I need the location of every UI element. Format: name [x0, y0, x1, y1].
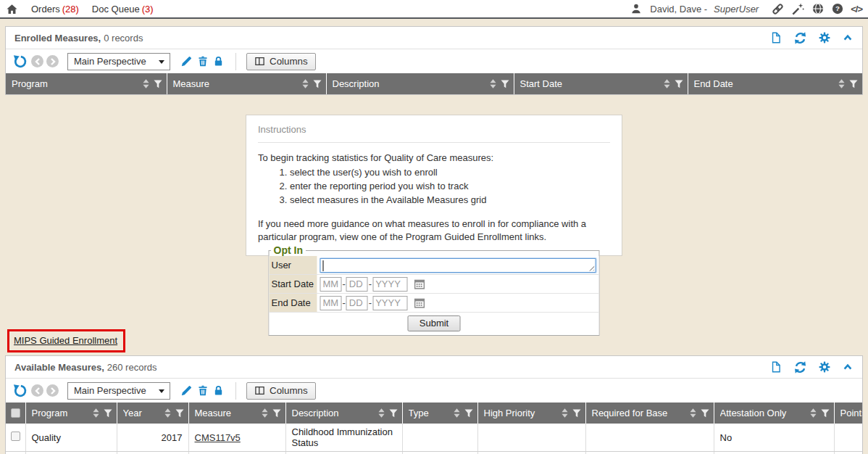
- sort-icon[interactable]: [690, 408, 696, 418]
- cell-points: [834, 424, 862, 452]
- refresh-icon[interactable]: [793, 360, 807, 374]
- perspective-select[interactable]: Main Perspective: [67, 382, 170, 400]
- end-year-input[interactable]: [372, 296, 407, 310]
- resize-grip[interactable]: [589, 265, 595, 271]
- header-cell-description[interactable]: Description: [285, 403, 402, 424]
- enrolled-panel-actions: [770, 31, 854, 45]
- sort-icon[interactable]: [454, 408, 460, 418]
- header-cell-end-date[interactable]: End Date: [688, 73, 862, 94]
- perspective-select[interactable]: Main Perspective: [67, 53, 170, 70]
- mips-guided-enrollment-link[interactable]: MIPS Guided Enrollment: [14, 335, 117, 346]
- globe-icon[interactable]: [811, 2, 825, 15]
- start-day-input[interactable]: [346, 277, 368, 292]
- filter-funnel-icon[interactable]: [104, 409, 112, 418]
- sort-icon[interactable]: [262, 408, 268, 418]
- perspective-selected-value: Main Perspective: [74, 56, 146, 67]
- sort-icon[interactable]: [664, 79, 670, 88]
- sort-icon[interactable]: [838, 79, 845, 88]
- undo-icon[interactable]: [13, 54, 28, 69]
- column-label: Attestation Only: [720, 408, 810, 418]
- header-cell-attestation-only[interactable]: Attestation Only: [714, 403, 834, 424]
- settings-gear-icon[interactable]: [818, 31, 831, 44]
- nav-forward-button[interactable]: [46, 55, 59, 67]
- refresh-icon[interactable]: [793, 31, 807, 45]
- cell-type: [402, 424, 477, 452]
- header-cell-required-for-base[interactable]: Required for Base: [585, 403, 714, 424]
- sort-icon[interactable]: [378, 408, 385, 418]
- undo-icon[interactable]: [13, 384, 28, 398]
- nav-item-doc-queue[interactable]: Doc Queue(3): [92, 4, 154, 15]
- delete-trash-icon[interactable]: [197, 384, 209, 397]
- row-checkbox[interactable]: [11, 432, 20, 441]
- delete-trash-icon[interactable]: [197, 55, 209, 67]
- filter-funnel-icon[interactable]: [175, 409, 184, 418]
- sort-icon[interactable]: [562, 408, 568, 418]
- columns-button[interactable]: Columns: [246, 53, 316, 70]
- settings-gear-icon[interactable]: [818, 360, 831, 373]
- start-month-input[interactable]: [320, 277, 342, 292]
- header-cell-points[interactable]: Points: [834, 403, 862, 424]
- measure-link[interactable]: CMS117v5: [195, 432, 241, 443]
- end-month-input[interactable]: [320, 296, 342, 310]
- columns-icon: [254, 56, 265, 67]
- sort-icon[interactable]: [143, 79, 149, 88]
- start-year-input[interactable]: [372, 277, 407, 292]
- edit-pencil-icon[interactable]: [180, 55, 193, 67]
- filter-funnel-icon[interactable]: [313, 80, 322, 88]
- submit-button[interactable]: Submit: [408, 315, 460, 331]
- calendar-icon[interactable]: [414, 297, 425, 308]
- header-cell-program[interactable]: Program: [25, 403, 117, 424]
- header-cell-measure[interactable]: Measure: [188, 403, 285, 424]
- chevron-right-icon: [50, 58, 56, 65]
- collapse-chevron-icon[interactable]: [842, 33, 854, 43]
- new-document-icon[interactable]: [770, 360, 783, 373]
- header-cell-year[interactable]: Year: [117, 403, 188, 424]
- link-icon[interactable]: [771, 2, 785, 16]
- nav-forward-button[interactable]: [46, 384, 59, 397]
- filter-funnel-icon[interactable]: [849, 80, 858, 88]
- filter-funnel-icon[interactable]: [272, 409, 281, 418]
- header-cell-high-priority[interactable]: High Priority: [477, 403, 585, 424]
- column-label: Program: [32, 408, 93, 418]
- nav-item-orders[interactable]: Orders(28): [31, 4, 79, 15]
- columns-button-label: Columns: [270, 385, 308, 396]
- filter-funnel-icon[interactable]: [464, 409, 473, 418]
- header-cell-type[interactable]: Type: [402, 403, 477, 424]
- user-input[interactable]: [320, 258, 596, 273]
- new-document-icon[interactable]: [770, 31, 783, 44]
- sort-icon[interactable]: [490, 79, 496, 88]
- filter-funnel-icon[interactable]: [701, 409, 709, 418]
- wand-icon[interactable]: [791, 2, 805, 16]
- help-icon[interactable]: ?: [831, 2, 844, 15]
- filter-funnel-icon[interactable]: [821, 409, 830, 418]
- header-cell-start-date[interactable]: Start Date: [514, 73, 688, 94]
- header-cell-description[interactable]: Description: [326, 73, 514, 94]
- nav-back-button[interactable]: [31, 384, 43, 397]
- calendar-icon[interactable]: [414, 278, 425, 289]
- header-cell-program[interactable]: Program: [6, 73, 167, 94]
- sort-icon[interactable]: [164, 408, 171, 418]
- sort-icon[interactable]: [302, 79, 309, 88]
- filter-funnel-icon[interactable]: [675, 80, 683, 88]
- filter-funnel-icon[interactable]: [389, 409, 398, 418]
- select-all-checkbox[interactable]: [11, 408, 20, 418]
- edit-pencil-icon[interactable]: [180, 384, 193, 397]
- lock-icon[interactable]: [213, 55, 224, 67]
- collapse-chevron-icon[interactable]: [842, 362, 854, 372]
- filter-funnel-icon[interactable]: [154, 80, 162, 88]
- end-day-input[interactable]: [346, 296, 368, 310]
- columns-button[interactable]: Columns: [246, 382, 316, 400]
- home-button[interactable]: [6, 3, 18, 15]
- top-nav-links: Orders(28) Doc Queue(3): [31, 4, 154, 15]
- filter-funnel-icon[interactable]: [501, 80, 509, 88]
- sort-icon[interactable]: [810, 408, 817, 418]
- lock-icon[interactable]: [213, 384, 224, 397]
- nav-back-button[interactable]: [31, 55, 43, 67]
- sort-icon[interactable]: [93, 408, 99, 418]
- header-cell-measure[interactable]: Measure: [167, 73, 326, 94]
- available-measures-panel: Available Measures,260 records Main Pers…: [5, 355, 863, 454]
- filter-funnel-icon[interactable]: [572, 409, 581, 418]
- code-icon[interactable]: </>: [851, 4, 862, 15]
- user-label: User: [270, 256, 317, 274]
- nav-orders-label: Orders: [31, 4, 60, 15]
